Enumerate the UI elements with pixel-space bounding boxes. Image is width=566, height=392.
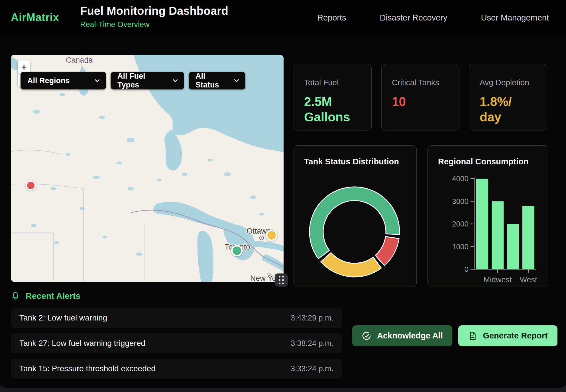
svg-text:0: 0 — [465, 265, 469, 273]
alert-row[interactable]: Tank 2: Low fuel warning 3:43:29 p.m. — [11, 308, 342, 328]
bell-icon — [11, 291, 20, 301]
fuel-type-filter-dropdown[interactable]: All Fuel Types — [111, 72, 184, 89]
brand-logo: AirMatrix — [11, 11, 59, 24]
stat-label: Avg Depletion — [480, 78, 540, 87]
map-section: Canada Ottawa Toronto New York + − Al — [11, 55, 284, 282]
alert-row[interactable]: Tank 27: Low fuel warning triggered 3:38… — [11, 333, 342, 353]
svg-text:Midwest: Midwest — [483, 275, 512, 284]
status-filter-value: All Status — [196, 72, 229, 89]
stat-value: 2.5M Gallons — [304, 94, 365, 124]
svg-text:4000: 4000 — [452, 174, 469, 183]
alert-time: 3:33:24 p.m. — [291, 364, 333, 373]
region-filter-dropdown[interactable]: All Regions — [21, 72, 106, 89]
dashboard-root: AirMatrix Fuel Monitoring Dashboard Real… — [0, 0, 566, 388]
tank-marker-warning[interactable] — [266, 230, 277, 241]
top-bar: AirMatrix Fuel Monitoring Dashboard Real… — [0, 0, 566, 36]
chevron-down-icon — [95, 79, 100, 82]
regional-consumption-bar-chart: 01000200030004000MidwestWest — [428, 146, 549, 287]
check-circle-icon — [362, 331, 371, 341]
nav-item-disaster-recovery[interactable]: Disaster Recovery — [380, 13, 447, 23]
alert-row[interactable]: Tank 15: Pressure threshold exceeded 3:3… — [11, 359, 342, 379]
fuel-type-filter-value: All Fuel Types — [117, 72, 168, 89]
drag-handle-icon[interactable] — [275, 273, 288, 287]
tank-marker-critical[interactable] — [26, 180, 36, 191]
stat-card-avg-depletion: Avg Depletion 1.8%/ day — [469, 64, 547, 130]
svg-text:West: West — [520, 275, 537, 284]
alert-message: Tank 27: Low fuel warning triggered — [19, 339, 145, 348]
acknowledge-all-label: Acknowledge All — [377, 331, 443, 340]
nav-item-user-management[interactable]: User Management — [481, 13, 549, 23]
region-filter-value: All Regions — [27, 76, 70, 85]
alert-time: 3:38:24 p.m. — [291, 339, 333, 348]
map-canvas[interactable]: Canada Ottawa Toronto New York + − Al — [11, 55, 284, 282]
chevron-down-icon — [173, 79, 178, 82]
nav-item-reports[interactable]: Reports — [317, 13, 346, 23]
chevron-down-icon — [234, 79, 239, 82]
map-label-canada: Canada — [66, 56, 93, 64]
acknowledge-all-button[interactable]: Acknowledge All — [352, 325, 452, 346]
stat-card-total-fuel: Total Fuel 2.5M Gallons — [294, 64, 372, 130]
main-nav: Reports Disaster Recovery User Managemen… — [317, 0, 549, 36]
status-filter-dropdown[interactable]: All Status — [189, 72, 245, 89]
alert-message: Tank 2: Low fuel warning — [19, 313, 107, 322]
alert-message: Tank 15: Pressure threshold exceeded — [19, 364, 156, 373]
tank-status-card: Tank Status Distribution — [294, 145, 417, 287]
stat-label: Total Fuel — [304, 78, 365, 87]
alerts-header: Recent Alerts — [11, 291, 80, 301]
map-filters: All Regions All Fuel Types All Status — [21, 72, 245, 89]
stat-label: Critical Tanks — [392, 78, 452, 87]
svg-text:1000: 1000 — [452, 242, 469, 251]
tank-marker-normal[interactable] — [231, 245, 243, 256]
alert-time: 3:43:29 p.m. — [291, 314, 333, 322]
stat-card-critical-tanks: Critical Tanks 10 — [381, 64, 459, 130]
stat-value: 10 — [392, 94, 452, 109]
document-icon — [468, 331, 477, 341]
title-block: Fuel Monitoring Dashboard Real-Time Over… — [80, 5, 228, 29]
generate-report-button[interactable]: Generate Report — [458, 325, 557, 346]
tank-status-donut-chart — [294, 146, 417, 287]
alerts-title: Recent Alerts — [26, 291, 80, 301]
regional-consumption-card: Regional Consumption 01000200030004000Mi… — [427, 145, 548, 287]
stat-value: 1.8%/ day — [480, 94, 540, 124]
page-subtitle: Real-Time Overview — [80, 20, 228, 29]
page-title: Fuel Monitoring Dashboard — [80, 5, 228, 17]
generate-report-label: Generate Report — [483, 331, 547, 340]
svg-text:3000: 3000 — [452, 197, 469, 206]
svg-text:2000: 2000 — [452, 220, 469, 228]
